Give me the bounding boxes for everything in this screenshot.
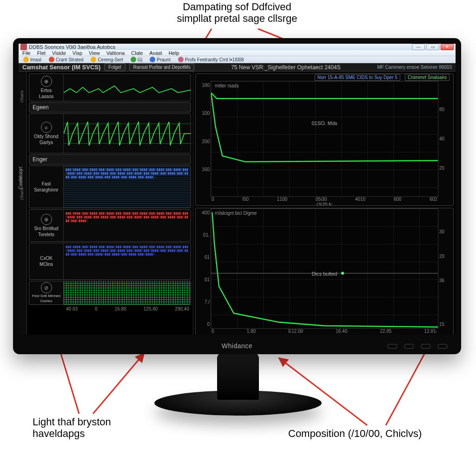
plot-top-inline-title: mitler rsads bbox=[215, 83, 239, 88]
svg-line-4 bbox=[279, 358, 367, 425]
channel-icon: ⊘ bbox=[41, 282, 52, 293]
channel-sublabel: Ouiries bbox=[40, 299, 52, 304]
annotation-top: Dampating sof Ddfcived simpllat pretal s… bbox=[144, 1, 330, 25]
channel-row-3[interactable]: ⊛ Sro Brnitlud Torelets ▮▮▮▯▮▮▮▮▯▮▮▮▯▮▮▮… bbox=[29, 209, 191, 242]
app-window: DDBS Soonces V0i0 3aei8oa Autobcs — ▭ ✕ … bbox=[19, 44, 456, 335]
channel-row-5[interactable]: ⊘ Fest Sntt Mirmed Ouiries bbox=[29, 281, 191, 305]
channel-row-1[interactable]: ⌾ Oldy Shond Garlys bbox=[29, 113, 191, 154]
menu-visp[interactable]: Visp bbox=[73, 50, 82, 56]
toolbar-crant[interactable]: Crant Strated bbox=[47, 56, 85, 63]
menu-flet[interactable]: Flet bbox=[37, 50, 46, 56]
menu-clale[interactable]: Clale bbox=[131, 50, 143, 56]
channel-sublabel: Serarghinnr bbox=[34, 187, 58, 192]
legend-a[interactable]: Nsrr 15-A-85 SME CIDS to Suy Dper 5 bbox=[315, 74, 400, 81]
menu-visit[interactable]: Viside bbox=[52, 50, 66, 56]
plot-bottom-yaxis-left: 40001. 0101 7./0 bbox=[196, 208, 211, 329]
channel-row-0[interactable]: ⊕ Ertos Lassos bbox=[29, 73, 191, 101]
plot-bottom-inline-title: nVatcignt bici Digme bbox=[215, 211, 257, 216]
plot-top-marker: 01SO. Mds bbox=[311, 120, 337, 126]
plot-top-yaxis-left: 180100 200160 bbox=[196, 81, 211, 197]
channel-label: CxOK bbox=[40, 256, 53, 261]
plot-bottom[interactable]: 40001. 0101 7./0 nVatcignt bici Digme Di… bbox=[195, 208, 454, 335]
channel-label: Oldy Shond bbox=[34, 134, 58, 139]
plot-top-xlabel: (3)70 fc bbox=[196, 202, 453, 206]
channel-sublabel: MOins bbox=[40, 262, 53, 267]
toolbar-praunt[interactable]: Praunt bbox=[148, 56, 172, 63]
toolbar-cereng[interactable]: Cereng-Sert bbox=[89, 56, 125, 63]
plot-top-xticks: 0I50 110005i30 4010600 602 bbox=[196, 197, 453, 202]
toolbar-imasl[interactable]: Imasl bbox=[21, 56, 43, 63]
channel-sublabel: Lassos bbox=[39, 94, 54, 99]
channel-icon: ⌾ bbox=[41, 122, 52, 133]
plot-bottom-area[interactable]: nVatcignt bici Digme Dics bulted bbox=[211, 208, 438, 329]
menu-help[interactable]: Help bbox=[169, 50, 179, 56]
subheader-plot-title: 75 New VSR:_Sighelfeiter Ophetaect 2404S bbox=[231, 64, 340, 71]
plot-bottom-marker: Dics bulted bbox=[312, 271, 337, 277]
channel-sublabel: Torelets bbox=[38, 232, 54, 237]
toolbar-profs[interactable]: Profs Feetrantty Crnt I•1I008 bbox=[176, 56, 246, 63]
subheader-btn-folgel[interactable]: Folgel bbox=[104, 63, 125, 71]
monitor-physical-buttons bbox=[388, 344, 447, 349]
menu-view[interactable]: View bbox=[89, 50, 100, 56]
subheader-status: MF Cammery ensoe Setviner 86003 bbox=[377, 65, 452, 70]
left-side-tabs: Charts Charts bbox=[19, 72, 27, 335]
plot-bottom-yaxis-right: 30 2036 15 bbox=[438, 208, 453, 329]
menu-vattiona[interactable]: Vattiona bbox=[106, 50, 125, 56]
section-enger[interactable]: Enger bbox=[29, 154, 191, 165]
window-maximize-button[interactable]: ▭ bbox=[426, 44, 439, 50]
channel-sublabel: Garlys bbox=[40, 140, 53, 145]
window-close-button[interactable]: ✕ bbox=[441, 44, 454, 50]
channel-label: Fest Sntt Mirmed bbox=[32, 294, 60, 298]
section-egeen[interactable]: Egeen bbox=[29, 102, 191, 112]
toolbar: Imasl Crant Strated Cereng-Sert G| Praun… bbox=[19, 56, 456, 63]
plot-top-area[interactable]: mitler rsads 01SO. Mds bbox=[211, 81, 438, 197]
monitor: Whidance DDBS Soonces V0i0 3aei8oa Autob… bbox=[13, 38, 461, 354]
window-titlebar[interactable]: DDBS Soonces V0i0 3aei8oa Autobcs — ▭ ✕ bbox=[19, 44, 456, 50]
channel-icon: ⊕ bbox=[41, 76, 52, 87]
monitor-stand-neck bbox=[217, 353, 259, 400]
plot-top-legend: Nsrr 15-A-85 SME CIDS to Suy Dper 5 Cnim… bbox=[196, 74, 453, 81]
channel-label: Fast bbox=[42, 181, 51, 186]
menubar: File Flet Viside Visp View Vattiona Clal… bbox=[19, 50, 456, 56]
subheader: Camshat Sensor (IM SVCS) Folgel Ransst P… bbox=[19, 63, 456, 72]
side-tab-1[interactable]: Charts bbox=[20, 90, 24, 103]
channel-row-4[interactable]: CxOK MOins ▮▮▮▯▮▮▮▮▯▮▮▮▯▮▮▮▮▯▮▮▮▯▮▮▮▮▯▮▮… bbox=[29, 243, 191, 280]
panel-title: Camshat Sensor (IM SVCS) bbox=[22, 64, 100, 71]
channel-row-2[interactable]: Fast Serarghinnr ▮▮▮▯▮▮▮▮▯▮▮▮▯▮▮▮▮▯▮▮▮▯▮… bbox=[29, 165, 191, 208]
plot-top[interactable]: Nsrr 15-A-85 SME CIDS to Suy Dper 5 Cnim… bbox=[195, 73, 454, 206]
annotation-bottom-left: Light thaf bryston haveldapgs bbox=[33, 416, 111, 440]
svg-line-3 bbox=[93, 353, 144, 414]
subheader-btn-ransst[interactable]: Ransst Purllar ard DepotMs bbox=[129, 63, 195, 71]
annotation-bottom-right: Composition (/10/00, Chiclvs) bbox=[288, 428, 422, 439]
side-tab-2[interactable]: Charts bbox=[20, 188, 24, 200]
channel-label: Ertos bbox=[41, 88, 52, 93]
channel-label: Sro Brnitlud bbox=[34, 226, 58, 231]
left-channel-panel: Charts Charts ⊕ Ertos Lassos Egeen ⌾ Old… bbox=[19, 72, 193, 335]
legend-b[interactable]: Cnimimrt Snalsairs bbox=[405, 74, 450, 81]
plot-top-yaxis-right: 80 4020 bbox=[438, 81, 453, 197]
window-minimize-button[interactable]: — bbox=[412, 44, 425, 50]
toolbar-g[interactable]: G| bbox=[129, 56, 144, 63]
right-plot-panel: Nsrr 15-A-85 SME CIDS to Suy Dper 5 Cnim… bbox=[193, 72, 456, 335]
app-icon bbox=[20, 44, 27, 50]
plot-bottom-xticks: 01.80 E12.0016.40 22.8512.81- bbox=[196, 329, 453, 334]
menu-file[interactable]: File bbox=[22, 50, 31, 56]
channel-icon: ⊛ bbox=[41, 214, 52, 225]
left-xaxis: 40 030 15.80125.80 290.40 bbox=[29, 306, 191, 312]
window-title: DDBS Soonces V0i0 3aei8oa Autobcs bbox=[29, 44, 115, 50]
menu-avast[interactable]: Avast bbox=[149, 50, 162, 56]
content: Charts Charts ⊕ Ertos Lassos Egeen ⌾ Old… bbox=[19, 72, 456, 335]
svg-point-11 bbox=[341, 272, 344, 275]
